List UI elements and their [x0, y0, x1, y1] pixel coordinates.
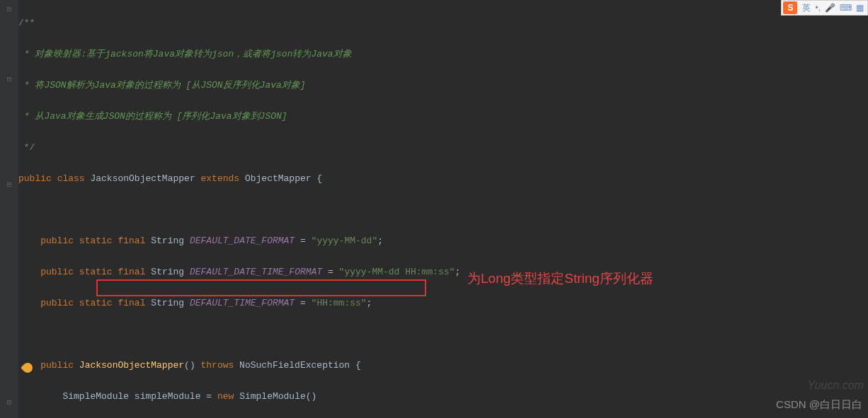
- ime-logo-icon[interactable]: S: [783, 1, 797, 14]
- comment-text: * 对象映射器:基于jackson将Java对象转为json，或者将json转为…: [18, 49, 352, 59]
- code-line: public static final String DEFAULT_DATE_…: [18, 265, 868, 280]
- fold-marker[interactable]: ⊟: [6, 71, 13, 87]
- code-line: SimpleModule simpleModule = new SimpleMo…: [18, 389, 868, 405]
- comment-text: * 从Java对象生成JSON的过程称为 [序列化Java对象到JSON]: [18, 111, 287, 122]
- comment-text: /**: [18, 18, 35, 28]
- code-line: public static final String DEFAULT_DATE_…: [18, 233, 868, 249]
- ime-keyboard-icon[interactable]: ⌨: [840, 0, 852, 16]
- editor-gutter: ⊟ ⊟ ⊟ ⊟: [0, 0, 18, 418]
- ime-grid-icon[interactable]: ▦: [856, 0, 864, 16]
- fold-marker[interactable]: ⊟: [6, 177, 13, 192]
- ime-mic-icon[interactable]: 🎤: [825, 0, 835, 16]
- comment-text: * 将JSON解析为Java对象的过程称为 [从JSON反序列化Java对象]: [18, 80, 306, 91]
- ime-punct[interactable]: •,: [815, 0, 821, 16]
- ime-language[interactable]: 英: [802, 0, 811, 16]
- code-line: public static final String DEFAULT_TIME_…: [18, 296, 868, 311]
- ime-toolbar[interactable]: S 英 •, 🎤 ⌨ ▦: [781, 0, 868, 16]
- code-line: public class JacksonObjectMapper extends…: [18, 171, 868, 187]
- annotation-label: 为Long类型指定String序列化器: [467, 271, 653, 286]
- fold-marker[interactable]: ⊟: [6, 1, 13, 17]
- fold-marker[interactable]: ⊟: [6, 395, 13, 410]
- watermark: Yuucn.com: [808, 378, 864, 393]
- comment-text: */: [18, 142, 35, 153]
- watermark: CSDN @白日日白: [776, 397, 862, 412]
- code-line: public JacksonObjectMapper() throws NoSu…: [18, 358, 868, 373]
- code-editor[interactable]: /** * 对象映射器:基于jackson将Java对象转为json，或者将js…: [18, 0, 868, 418]
